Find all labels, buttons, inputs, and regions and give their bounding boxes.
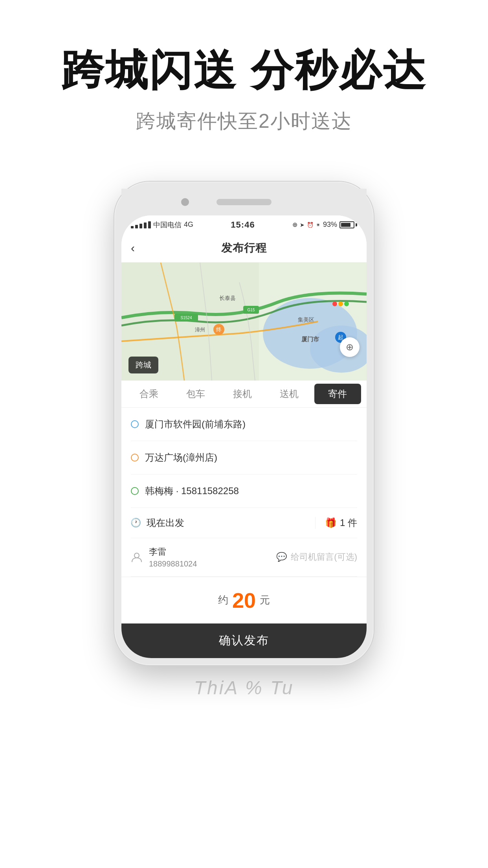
svg-text:厦门市: 厦门市 <box>301 336 319 342</box>
location-button[interactable]: ⊕ <box>340 337 360 357</box>
message-placeholder: 给司机留言(可选) <box>291 551 357 563</box>
gps-icon: ⊕ <box>292 221 297 228</box>
svg-point-19 <box>134 553 139 558</box>
svg-text:起: 起 <box>338 334 343 340</box>
back-button[interactable]: ‹ <box>131 241 135 255</box>
message-field[interactable]: 💬 给司机留言(可选) <box>268 551 357 563</box>
svg-text:长泰县: 长泰县 <box>219 295 236 301</box>
pieces-label: 1 件 <box>340 517 357 529</box>
pickup-dot <box>131 420 139 428</box>
phone-mockup: 中国电信 4G 15:46 ⊕ ➤ ⏰ ✴ 93% <box>114 182 374 665</box>
app-header: ‹ 发布行程 <box>121 234 367 263</box>
destination-text: 万达广场(漳州店) <box>145 451 217 464</box>
user-info: 李雷 18899881024 <box>149 546 262 568</box>
tab-songji-label: 送机 <box>280 388 299 400</box>
price-prefix: 约 <box>218 593 228 607</box>
contact-dot <box>131 487 139 495</box>
phone-camera <box>181 198 189 206</box>
time-label: 现在出发 <box>147 517 306 529</box>
status-right: ⊕ ➤ ⏰ ✴ 93% <box>292 221 357 229</box>
destination-dot <box>131 454 139 462</box>
svg-point-18 <box>344 302 349 306</box>
confirm-button-label: 确认发布 <box>219 633 269 649</box>
pickup-row[interactable]: 厦门市软件园(前埔东路) <box>131 408 357 441</box>
crosshair-icon: ⊕ <box>346 342 354 353</box>
svg-text:S1524: S1524 <box>181 316 192 320</box>
status-left: 中国电信 4G <box>131 220 193 230</box>
battery-indicator <box>339 221 357 228</box>
phone-section: 中国电信 4G 15:46 ⊕ ➤ ⏰ ✴ 93% <box>0 158 488 665</box>
bluetooth-icon: ✴ <box>316 222 321 228</box>
time-icon: 🕐 <box>131 518 140 528</box>
pieces-container: 🎁 1 件 <box>325 517 357 529</box>
svg-text:集美区: 集美区 <box>298 316 314 323</box>
user-icon <box>131 551 143 563</box>
battery-percent: 93% <box>323 221 337 229</box>
phone-top-bar <box>121 189 367 215</box>
map-area[interactable]: S1524 G15 长泰县 集美区 厦门市 起 终 <box>121 263 367 381</box>
hero-title: 跨城闪送 分秒必达 <box>61 47 427 94</box>
price-value: 20 <box>232 588 256 612</box>
signal-dots <box>131 221 151 228</box>
tab-jieji-label: 接机 <box>233 388 252 400</box>
carrier-text: 中国电信 <box>153 220 182 230</box>
cross-city-badge: 跨城 <box>128 357 158 373</box>
svg-text:终: 终 <box>216 326 222 333</box>
pickup-text: 厦门市软件园(前埔东路) <box>145 418 246 430</box>
watermark-text: ThiA % Tu <box>194 677 294 699</box>
contact-row[interactable]: 韩梅梅 · 15811582258 <box>131 474 357 508</box>
tab-jiajian[interactable]: 寄件 <box>314 384 361 404</box>
tab-songji[interactable]: 送机 <box>266 381 313 407</box>
user-row: 李雷 18899881024 💬 给司机留言(可选) <box>131 538 357 577</box>
tab-hecheng-label: 合乘 <box>139 388 158 400</box>
price-unit: 元 <box>260 593 270 607</box>
user-name: 李雷 <box>149 546 262 558</box>
row-divider <box>315 517 316 529</box>
message-icon: 💬 <box>276 552 287 562</box>
tab-baoce[interactable]: 包车 <box>172 381 219 407</box>
phone-speaker <box>216 199 272 205</box>
pieces-icon: 🎁 <box>325 517 337 528</box>
alarm-icon: ⏰ <box>307 222 314 228</box>
destination-row[interactable]: 万达广场(漳州店) <box>131 441 357 474</box>
svg-point-17 <box>338 302 343 306</box>
hero-section: 跨城闪送 分秒必达 跨城寄件快至2小时送达 <box>0 0 488 158</box>
form-section: 厦门市软件园(前埔东路) 万达广场(漳州店) 韩梅梅 · 15811582258 <box>121 408 367 577</box>
time-pieces-row: 🕐 现在出发 🎁 1 件 <box>131 508 357 538</box>
location-icon: ➤ <box>300 222 305 228</box>
svg-point-16 <box>332 302 337 306</box>
svg-text:漳州: 漳州 <box>195 327 205 333</box>
user-phone: 18899881024 <box>149 559 262 568</box>
tab-baoce-label: 包车 <box>186 388 205 400</box>
contact-text: 韩梅梅 · 15811582258 <box>145 485 239 497</box>
app-title: 发布行程 <box>221 241 267 256</box>
tab-hecheng[interactable]: 合乘 <box>125 381 172 407</box>
price-section: 约 20 元 <box>121 577 367 623</box>
phone-inner: 中国电信 4G 15:46 ⊕ ➤ ⏰ ✴ 93% <box>121 215 367 658</box>
tab-bar: 合乘 包车 接机 送机 寄件 <box>121 381 367 408</box>
status-bar: 中国电信 4G 15:46 ⊕ ➤ ⏰ ✴ 93% <box>121 215 367 234</box>
hero-subtitle: 跨城寄件快至2小时送达 <box>136 108 352 134</box>
svg-text:G15: G15 <box>248 308 255 312</box>
page-wrapper: 跨城闪送 分秒必达 跨城寄件快至2小时送达 <box>0 0 488 868</box>
status-time: 15:46 <box>231 220 255 230</box>
network-type: 4G <box>184 221 193 229</box>
tab-jiajian-label: 寄件 <box>328 388 347 400</box>
confirm-button[interactable]: 确认发布 <box>121 623 367 658</box>
watermark-area: ThiA % Tu <box>0 665 488 710</box>
tab-jieji[interactable]: 接机 <box>219 381 266 407</box>
